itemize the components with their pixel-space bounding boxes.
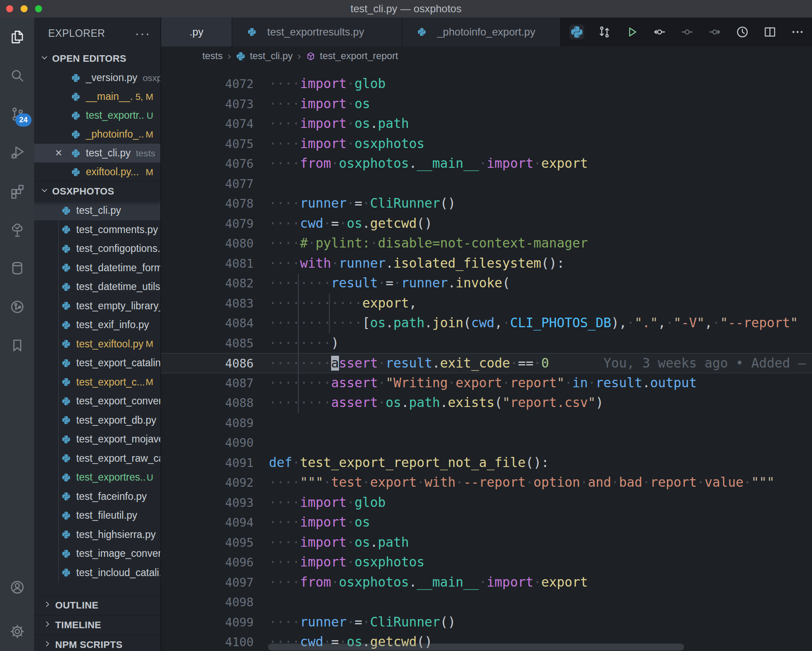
tree-item[interactable]: test_export_db.py xyxy=(34,411,160,430)
close-window-button[interactable] xyxy=(6,5,13,12)
tree-item[interactable]: test_fileutil.py xyxy=(34,506,160,525)
tab-test_exportresults.py[interactable]: test_exportresults.py xyxy=(232,18,402,46)
code-line[interactable]: 4084············[os.path.join(cwd,·CLI_P… xyxy=(161,313,812,333)
test-tree-icon[interactable] xyxy=(0,210,34,249)
tree-item[interactable]: test_export_mojave... xyxy=(34,430,160,449)
tree-item[interactable]: test_faceinfo.py xyxy=(34,487,160,506)
code-line[interactable]: 4097····from·osxphotos.__main__·import·e… xyxy=(161,573,812,593)
extensions-icon[interactable] xyxy=(0,172,34,210)
search-icon[interactable] xyxy=(0,56,34,95)
code-line[interactable]: 4090 xyxy=(161,433,812,453)
tree-item[interactable]: test_exiftool.pyM xyxy=(34,335,160,354)
source-control-icon[interactable]: 24 xyxy=(0,95,34,133)
database-icon[interactable] xyxy=(0,249,34,287)
file-name: test_highsierra.py xyxy=(76,529,156,541)
python-logo-icon[interactable] xyxy=(569,25,584,39)
close-icon[interactable]: × xyxy=(55,147,71,159)
code-line[interactable]: 4082········result·=·runner.invoke( xyxy=(161,273,812,294)
run-debug-icon[interactable] xyxy=(0,133,34,172)
code-line[interactable]: 4086········assert·result.exit_code·==·0… xyxy=(161,353,812,373)
breadcrumb-item[interactable]: test_cli.py xyxy=(236,50,293,62)
gitlens-icon[interactable] xyxy=(0,287,34,326)
tree-item[interactable]: test_export_raw_ca... xyxy=(34,449,160,468)
tree-item[interactable]: test_datetime_form... xyxy=(34,258,160,278)
code-line[interactable]: 4094····import·os xyxy=(161,513,812,533)
code-line[interactable]: 4074····import·os.path xyxy=(161,114,812,134)
tree-item[interactable]: test_empty_library_... xyxy=(34,297,160,316)
code-line[interactable]: 4077 xyxy=(161,174,812,194)
code-line[interactable]: 4075····import·osxphotos xyxy=(161,134,812,154)
prev-change-icon[interactable] xyxy=(652,25,667,39)
code-line[interactable]: 4098 xyxy=(161,592,812,612)
code-line[interactable]: 4073····import·os xyxy=(161,94,812,114)
code-line[interactable]: 4088········assert·os.path.exists("repor… xyxy=(161,393,812,413)
section-header-outline[interactable]: OUTLINE xyxy=(34,595,160,615)
files-icon[interactable] xyxy=(0,18,34,56)
code-line[interactable]: 4072····import·glob xyxy=(161,74,812,94)
line-number: 4083 xyxy=(161,294,269,314)
section-header-timeline[interactable]: TIMELINE xyxy=(34,615,160,635)
code-line[interactable]: 4078····runner·=·CliRunner() xyxy=(161,194,812,214)
code-line[interactable]: 4091def·test_export_report_not_a_file(): xyxy=(161,453,812,473)
tree-item[interactable]: test_datetime_utils.... xyxy=(34,277,160,297)
settings-icon[interactable] xyxy=(9,623,25,640)
open-editor-item[interactable]: test_exportr...U xyxy=(34,106,160,125)
code-line[interactable]: 4083············export, xyxy=(161,294,812,314)
open-editor-item[interactable]: __main__....5, M xyxy=(34,87,160,106)
code-line[interactable]: 4076····from·osxphotos.__main__·import·e… xyxy=(161,154,812,174)
split-editor-icon[interactable] xyxy=(763,25,777,39)
breadcrumb-item[interactable]: tests xyxy=(202,50,222,62)
code-line[interactable]: 4093····import·glob xyxy=(161,493,812,513)
osxphotos-section-header[interactable]: OSXPHOTOS xyxy=(34,181,160,201)
tree-item[interactable]: test_export_c...M xyxy=(34,373,160,392)
code-line[interactable]: 4096····import·osxphotos xyxy=(161,552,812,573)
open-editor-item[interactable]: exiftool.py...M xyxy=(34,163,160,181)
more-actions-icon[interactable] xyxy=(790,25,805,39)
tree-item[interactable]: test_highsierra.py xyxy=(34,525,160,545)
code-line[interactable]: 4089 xyxy=(161,413,812,433)
code-line[interactable]: 4092····"""·test·export·with·--report·op… xyxy=(161,473,812,493)
open-editor-item[interactable]: _photoinfo_...M xyxy=(34,125,160,144)
code-line[interactable]: 4081····with·runner.isolated_filesystem(… xyxy=(161,254,812,274)
tree-item[interactable]: test_comments.py xyxy=(34,220,160,240)
code-line[interactable]: 4079····cwd·=·os.getcwd() xyxy=(161,214,812,234)
file-history-icon[interactable] xyxy=(735,25,750,39)
line-number: 4087 xyxy=(161,373,269,393)
current-change-icon[interactable] xyxy=(680,25,695,39)
compare-changes-icon[interactable] xyxy=(597,25,612,39)
tree-item[interactable]: test_incloud_catali... xyxy=(34,563,160,583)
tree-item[interactable]: test_export_conver... xyxy=(34,392,160,411)
more-actions-icon[interactable]: ··· xyxy=(135,26,151,41)
zoom-window-button[interactable] xyxy=(35,5,42,12)
bookmark-icon[interactable] xyxy=(0,326,34,364)
account-icon[interactable] xyxy=(9,579,25,595)
tree-item[interactable]: test_exif_info.py xyxy=(34,315,160,335)
indent-guide xyxy=(298,273,299,294)
tree-item[interactable]: test_image_convert... xyxy=(34,544,160,563)
tab-py[interactable]: .py xyxy=(161,18,232,46)
open-editor-item[interactable]: _version.pyosxp... xyxy=(34,68,160,87)
python-file-icon xyxy=(71,111,81,120)
line-number: 4082 xyxy=(161,273,269,294)
next-change-icon[interactable] xyxy=(707,25,722,39)
code-line[interactable]: 4080····#·pylint:·disable=not-context-ma… xyxy=(161,234,812,254)
minimize-window-button[interactable] xyxy=(21,5,28,12)
code-line[interactable]: 4099····runner·=·CliRunner() xyxy=(161,612,812,633)
horizontal-scrollbar[interactable] xyxy=(268,644,684,651)
tree-item[interactable]: test_exportres...U xyxy=(34,468,160,487)
open-editor-item[interactable]: ×test_cli.pytests xyxy=(34,144,160,163)
open-editors-header[interactable]: OPEN EDITORS xyxy=(34,49,160,68)
run-icon[interactable] xyxy=(625,25,639,39)
tree-item[interactable]: test_cli.py xyxy=(34,201,160,220)
code-line[interactable]: 4085········) xyxy=(161,333,812,354)
code-area[interactable]: 4072····import·glob4073····import·os4074… xyxy=(161,66,812,651)
tree-item[interactable]: test_configoptions.... xyxy=(34,239,160,258)
code-line[interactable]: 4087········assert·"Writing·export·repor… xyxy=(161,373,812,393)
tabs: .pytest_exportresults.py_photoinfo_expor… xyxy=(161,18,561,46)
tab-_photoinfo_export.py[interactable]: _photoinfo_export.py xyxy=(402,18,561,46)
section-header-npm-scripts[interactable]: NPM SCRIPTS xyxy=(34,635,160,651)
activity-bar: 24 xyxy=(0,18,34,651)
tree-item[interactable]: test_export_catalin... xyxy=(34,354,160,373)
code-line[interactable]: 4095····import·os.path xyxy=(161,533,812,553)
breadcrumb-item[interactable]: test_export_report xyxy=(306,50,398,62)
